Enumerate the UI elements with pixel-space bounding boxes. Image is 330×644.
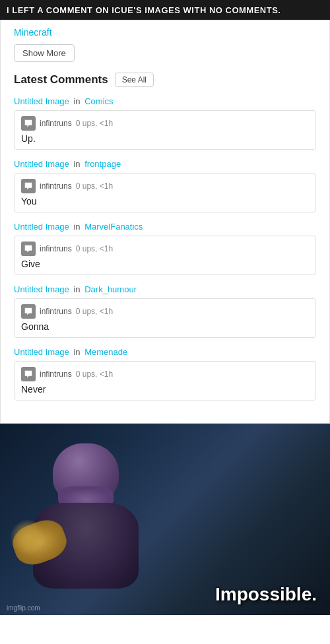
comment-text: Up. bbox=[21, 133, 309, 144]
comment-category-line: Untitled Image in Memenade bbox=[14, 347, 316, 357]
image-link[interactable]: Untitled Image bbox=[14, 159, 69, 169]
imgflip-watermark: imgflip.com bbox=[7, 604, 40, 612]
in-text: in bbox=[73, 284, 80, 294]
thanos-figure bbox=[20, 443, 152, 589]
comment-icon bbox=[21, 242, 36, 256]
comment-section: Untitled Image in Memenade infintruns 0 … bbox=[14, 347, 316, 401]
comment-icon bbox=[21, 179, 36, 193]
comment-category-line: Untitled Image in Comics bbox=[14, 96, 316, 106]
gauntlet-glow bbox=[10, 519, 46, 556]
top-caption-bar: I LEFT A COMMENT ON ICUE'S IMAGES WITH N… bbox=[0, 0, 330, 20]
comment-icon bbox=[21, 304, 36, 319]
comment-stats: 0 ups, <1h bbox=[76, 244, 113, 253]
in-text: in bbox=[73, 222, 80, 232]
comment-box: infintruns 0 ups, <1h Never bbox=[14, 361, 316, 401]
comment-meta: infintruns 0 ups, <1h bbox=[21, 116, 309, 131]
thanos-section: Impossible. imgflip.com bbox=[0, 424, 330, 615]
comment-box: infintruns 0 ups, <1h Gonna bbox=[14, 298, 316, 338]
category-link[interactable]: Comics bbox=[84, 96, 113, 106]
speech-bubble-icon bbox=[24, 307, 33, 316]
comment-stats: 0 ups, <1h bbox=[76, 307, 113, 316]
comment-icon bbox=[21, 116, 36, 131]
in-text: in bbox=[73, 96, 80, 106]
comment-stats: 0 ups, <1h bbox=[76, 181, 113, 191]
comment-box: infintruns 0 ups, <1h You bbox=[14, 173, 316, 212]
thanos-caption: Impossible. bbox=[0, 584, 317, 605]
comment-stats: 0 ups, <1h bbox=[76, 370, 113, 379]
minecraft-link[interactable]: Minecraft bbox=[14, 27, 316, 38]
category-link[interactable]: Dark_humour bbox=[84, 284, 137, 294]
latest-comments-title: Latest Comments bbox=[14, 73, 108, 86]
comment-username: infintruns bbox=[40, 181, 72, 191]
comment-box: infintruns 0 ups, <1h Up. bbox=[14, 110, 316, 150]
image-link[interactable]: Untitled Image bbox=[14, 347, 69, 357]
comment-stats: 0 ups, <1h bbox=[76, 119, 113, 128]
category-link[interactable]: frontpage bbox=[84, 159, 121, 169]
image-link[interactable]: Untitled Image bbox=[14, 222, 69, 232]
speech-bubble-icon bbox=[24, 370, 33, 379]
comment-category-line: Untitled Image in MarvelFanatics bbox=[14, 222, 316, 232]
comment-meta: infintruns 0 ups, <1h bbox=[21, 367, 309, 381]
comment-section: Untitled Image in Comics infintruns 0 up… bbox=[14, 96, 316, 150]
comments-container: Untitled Image in Comics infintruns 0 up… bbox=[14, 96, 316, 401]
thanos-caption-text: Impossible. bbox=[215, 584, 317, 604]
category-link[interactable]: MarvelFanatics bbox=[84, 222, 143, 232]
see-all-button[interactable]: See All bbox=[115, 73, 154, 87]
comment-section: Untitled Image in frontpage infintruns 0… bbox=[14, 159, 316, 212]
speech-bubble-icon bbox=[24, 244, 33, 253]
top-caption-text: I LEFT A COMMENT ON ICUE'S IMAGES WITH N… bbox=[7, 5, 280, 15]
comment-username: infintruns bbox=[40, 244, 72, 253]
comment-username: infintruns bbox=[40, 119, 72, 128]
comment-text: Gonna bbox=[21, 321, 309, 332]
comment-meta: infintruns 0 ups, <1h bbox=[21, 179, 309, 193]
speech-bubble-icon bbox=[24, 181, 33, 191]
comment-section: Untitled Image in MarvelFanatics infintr… bbox=[14, 222, 316, 275]
comment-text: Never bbox=[21, 384, 309, 395]
show-more-button[interactable]: Show More bbox=[14, 44, 75, 62]
comment-category-line: Untitled Image in Dark_humour bbox=[14, 284, 316, 294]
comment-meta: infintruns 0 ups, <1h bbox=[21, 304, 309, 319]
speech-bubble-icon bbox=[24, 119, 33, 128]
image-link[interactable]: Untitled Image bbox=[14, 96, 69, 106]
comment-meta: infintruns 0 ups, <1h bbox=[21, 242, 309, 256]
comment-text: Give bbox=[21, 259, 309, 269]
comment-section: Untitled Image in Dark_humour infintruns… bbox=[14, 284, 316, 338]
in-text: in bbox=[73, 159, 80, 169]
latest-comments-header: Latest Comments See All bbox=[14, 73, 316, 87]
comment-icon bbox=[21, 367, 36, 381]
image-link[interactable]: Untitled Image bbox=[14, 284, 69, 294]
category-link[interactable]: Memenade bbox=[84, 347, 127, 357]
comment-category-line: Untitled Image in frontpage bbox=[14, 159, 316, 169]
comment-username: infintruns bbox=[40, 307, 72, 316]
content-area: Minecraft Show More Latest Comments See … bbox=[0, 20, 330, 424]
comment-username: infintruns bbox=[40, 370, 72, 379]
comment-text: You bbox=[21, 196, 309, 207]
in-text: in bbox=[73, 347, 80, 357]
comment-box: infintruns 0 ups, <1h Give bbox=[14, 236, 316, 275]
